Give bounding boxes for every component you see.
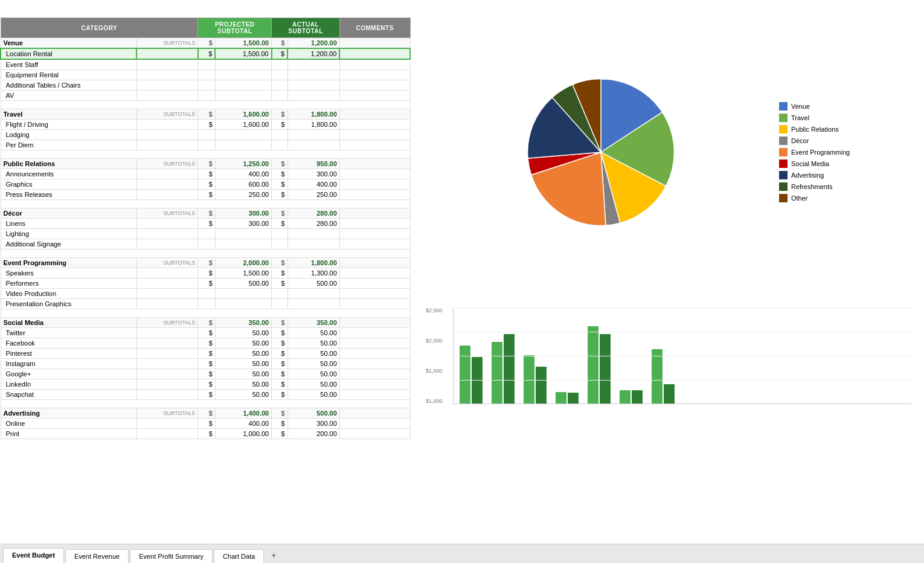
- item-comments: [339, 299, 410, 309]
- item-dollar-act: $: [272, 419, 287, 429]
- dollar-sign: $: [198, 109, 215, 120]
- tab-event-profit-summary[interactable]: Event Profit Summary: [130, 549, 213, 563]
- item-comments: [339, 229, 410, 239]
- item-row: Linens $ 300.00 $ 280.00: [1, 219, 410, 229]
- cat-name: Event Programming: [1, 258, 136, 268]
- item-dollar-proj: [198, 70, 215, 80]
- item-dollar-proj: [198, 239, 215, 249]
- item-actual: 50.00: [287, 369, 339, 379]
- item-row: LinkedIn $ 50.00 $ 50.00: [1, 379, 410, 390]
- dollar-sign: $: [272, 208, 287, 219]
- item-row: Location Rental $ 1,500.00 $ 1,200.00: [1, 48, 410, 59]
- legend-color: [779, 125, 788, 134]
- projected-subtotal: 350.00: [215, 318, 271, 328]
- item-row: Per Diem: [1, 140, 410, 150]
- bar-actual: [632, 390, 643, 404]
- dollar-sign: $: [198, 208, 215, 219]
- item-dollar-act: $: [272, 179, 287, 190]
- legend-item-Décor: Décor: [779, 137, 888, 145]
- item-subtotals: [136, 379, 198, 390]
- item-projected: 250.00: [215, 190, 271, 200]
- item-dollar-proj: $: [198, 179, 215, 190]
- legend-label: Event Programming: [791, 149, 850, 156]
- y-label-2500: $2,500: [426, 307, 443, 314]
- tab-event-budget[interactable]: Event Budget: [3, 548, 64, 563]
- y-label-1000: $1,000: [426, 398, 443, 404]
- item-projected: [215, 299, 271, 309]
- dollar-sign: $: [272, 318, 287, 328]
- item-projected: 500.00: [215, 278, 271, 289]
- cat-name: Travel: [1, 109, 136, 120]
- empty-cell: [1, 150, 410, 159]
- item-dollar-act: [272, 91, 287, 101]
- item-comments: [339, 130, 410, 140]
- item-subtotals: [136, 419, 198, 429]
- item-dollar-proj: $: [198, 429, 215, 439]
- item-projected: 300.00: [215, 219, 271, 229]
- item-dollar-act: [272, 80, 287, 91]
- item-name: Instagram: [1, 359, 136, 369]
- item-name: Flight / Driving: [1, 120, 136, 130]
- empty-row: [1, 101, 410, 109]
- item-comments: [339, 169, 410, 179]
- item-comments: [339, 359, 410, 369]
- item-comments: [339, 349, 410, 359]
- comments-cell: [339, 258, 410, 268]
- item-name: Lodging: [1, 130, 136, 140]
- bar-chart-inner: [453, 307, 912, 404]
- empty-row: [1, 400, 410, 408]
- item-dollar-act: $: [272, 338, 287, 349]
- item-subtotals: [136, 130, 198, 140]
- item-comments: [339, 219, 410, 229]
- legend-color: [779, 182, 788, 191]
- item-projected: 50.00: [215, 328, 271, 338]
- item-projected: 1,500.00: [215, 48, 271, 59]
- item-row: Online $ 400.00 $ 300.00: [1, 419, 410, 429]
- item-name: LinkedIn: [1, 379, 136, 390]
- item-name: Video Production: [1, 289, 136, 299]
- item-actual: [287, 239, 339, 249]
- projected-subtotal: 2,000.00: [215, 258, 271, 268]
- item-dollar-act: [272, 239, 287, 249]
- tab-event-revenue[interactable]: Event Revenue: [65, 549, 129, 563]
- th-comments: COMMENTS: [339, 18, 410, 38]
- left-panel: CATEGORY PROJECTEDSUBTOTAL ACTUALSUBTOTA…: [0, 0, 411, 544]
- item-dollar-proj: [198, 140, 215, 150]
- item-projected: 50.00: [215, 338, 271, 349]
- tab-chart-data[interactable]: Chart Data: [214, 549, 264, 563]
- item-comments: [339, 190, 410, 200]
- item-name: Graphics: [1, 179, 136, 190]
- item-name: Additional Signage: [1, 239, 136, 249]
- item-row: AV: [1, 91, 410, 101]
- subtotals-label: SUBTOTALS: [136, 318, 198, 328]
- bar-section: $2,500 $2,000 $1,500 $1,000: [423, 298, 912, 538]
- item-subtotals: [136, 219, 198, 229]
- subtotals-label: SUBTOTALS: [136, 208, 198, 219]
- item-row: Equipment Rental: [1, 70, 410, 80]
- item-comments: [339, 278, 410, 289]
- item-dollar-proj: $: [198, 120, 215, 130]
- projected-subtotal: 300.00: [215, 208, 271, 219]
- bar-actual: [664, 384, 675, 404]
- item-name: Snapchat: [1, 390, 136, 400]
- item-dollar-proj: $: [198, 328, 215, 338]
- add-sheet-button[interactable]: +: [265, 547, 282, 563]
- item-actual: [287, 229, 339, 239]
- cat-name: Décor: [1, 208, 136, 219]
- item-dollar-act: [272, 59, 287, 70]
- item-name: Twitter: [1, 328, 136, 338]
- bar-projected: [652, 349, 663, 404]
- item-name: Google+: [1, 369, 136, 379]
- item-comments: [339, 379, 410, 390]
- category-row-0: Venue SUBTOTALS $ 1,500.00 $ 1,200.00: [1, 38, 410, 49]
- bar-group-2: [524, 355, 547, 404]
- item-actual: 1,300.00: [287, 268, 339, 278]
- legend-color: [779, 171, 788, 179]
- item-actual: 1,200.00: [287, 48, 339, 59]
- dollar-sign: $: [198, 38, 215, 49]
- budget-table: CATEGORY PROJECTEDSUBTOTAL ACTUALSUBTOTA…: [0, 18, 411, 439]
- item-dollar-act: $: [272, 278, 287, 289]
- item-name: Speakers: [1, 268, 136, 278]
- legend-label: Public Relations: [791, 126, 839, 133]
- item-dollar-proj: $: [198, 190, 215, 200]
